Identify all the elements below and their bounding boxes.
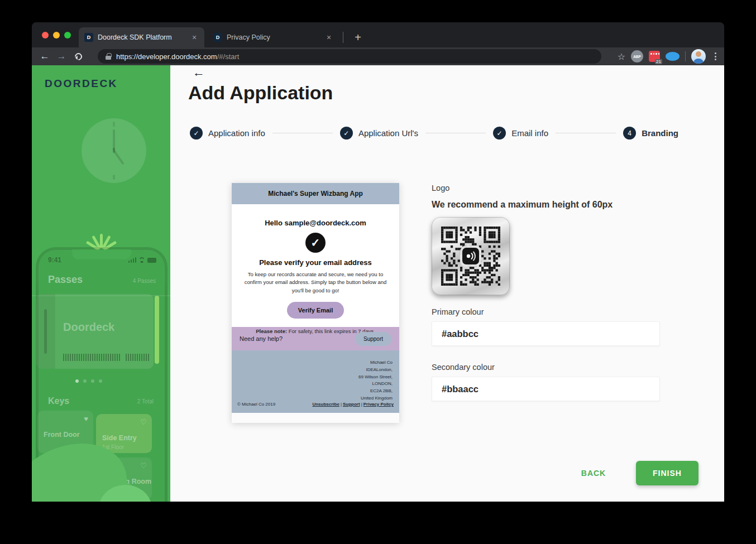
browser-window: D Doordeck SDK Platform × D Privacy Poli…: [32, 22, 724, 502]
reload-icon[interactable]: [73, 51, 83, 61]
browser-back-button[interactable]: ←: [36, 51, 53, 62]
step-email-info[interactable]: ✓ Email info: [493, 127, 548, 139]
bookmark-star-icon[interactable]: ☆: [618, 51, 625, 62]
step-connector: [425, 133, 486, 133]
extension-badge: 21: [655, 59, 662, 64]
phone-scrollbar: [155, 296, 159, 364]
qr-center-logo-icon: [462, 248, 479, 264]
phone-status-icons: [128, 257, 157, 263]
heart-icon: ♥: [84, 415, 88, 423]
extension-dots: [650, 53, 659, 55]
step-connector: [272, 133, 333, 133]
email-footer-links: Unsubscribe|Support|Privacy Policy: [312, 402, 394, 407]
browser-toolbar: ← → https://developer.doordeck.com/#/sta…: [32, 47, 724, 65]
close-window-button[interactable]: [42, 32, 49, 38]
email-preview: Michael's Super Wizbang App Hello sample…: [232, 183, 399, 423]
secondary-colour-input[interactable]: [432, 377, 660, 401]
email-body: Hello sample@doordeck.com ✓ Please verif…: [232, 204, 399, 327]
minimize-window-button[interactable]: [53, 32, 60, 38]
pass-card: Doordeck: [36, 294, 154, 369]
close-tab-icon[interactable]: ×: [324, 33, 333, 42]
tab-separator: [343, 32, 343, 43]
unsubscribe-link: Unsubscribe: [312, 402, 339, 407]
email-greeting: Hello sample@doordeck.com: [232, 219, 399, 227]
email-body-text: To keep our records accurate and secure,…: [241, 271, 390, 295]
email-verify-title: Please verify your email address: [232, 258, 399, 267]
primary-colour-label: Primary colour: [432, 307, 660, 316]
clock-icon: [82, 118, 146, 183]
back-arrow-button[interactable]: ←: [193, 66, 205, 79]
tab-privacy-policy[interactable]: D Privacy Policy ×: [208, 27, 339, 47]
wifi-icon: [139, 257, 145, 263]
heart-outline-icon: ♡: [140, 418, 147, 426]
step-check-icon: ✓: [190, 127, 203, 139]
step-check-icon: ✓: [340, 127, 353, 139]
support-button: Support: [355, 332, 391, 346]
keys-count: 2 Total: [137, 398, 154, 405]
email-copyright: © Michael Co 2019: [237, 402, 275, 407]
passes-count: 4 Passes: [133, 278, 156, 284]
step-application-info[interactable]: ✓ Application info: [190, 127, 265, 139]
doordeck-sidebar: DOORDECK 9:41 Passes 4 Passes: [32, 65, 170, 502]
phone-notch: [72, 249, 131, 259]
tab-title: Doordeck SDK Platform: [98, 33, 185, 41]
step-application-urls[interactable]: ✓ Application Url's: [340, 127, 418, 139]
close-tab-icon[interactable]: ×: [190, 33, 199, 42]
page-dots: [75, 379, 102, 383]
back-button[interactable]: BACK: [571, 469, 616, 478]
page-title: Add Application: [188, 82, 333, 104]
doordeck-logo: DOORDECK: [45, 78, 118, 90]
phone-clock: 9:41: [48, 256, 61, 264]
battery-icon: [147, 258, 156, 263]
pass-card-title: Doordeck: [63, 321, 114, 334]
check-circle-icon: ✓: [305, 233, 326, 253]
tab-doordeck-sdk-platform[interactable]: D Doordeck SDK Platform ×: [79, 27, 204, 47]
window-controls: [42, 32, 71, 38]
profile-avatar[interactable]: [691, 49, 706, 64]
verify-email-button: Verify Email: [287, 302, 344, 319]
signal-icon: [128, 257, 137, 263]
primary-colour-input[interactable]: [432, 321, 660, 346]
email-address: Michael Co IDEALondon, 69 Wilson Street,…: [358, 359, 393, 402]
browser-forward-button[interactable]: →: [53, 51, 70, 62]
lock-icon: [106, 56, 111, 60]
branding-form: Logo We recommend a maximum height of 60…: [432, 184, 660, 401]
doordeck-favicon-icon: D: [213, 33, 222, 42]
url-text: https://developer.doordeck.com/#/start: [116, 52, 239, 61]
heart-outline-icon: ♡: [140, 461, 147, 470]
zoom-window-button[interactable]: [64, 32, 71, 38]
tab-strip: D Doordeck SDK Platform × D Privacy Poli…: [32, 22, 724, 47]
logo-label: Logo: [432, 184, 660, 192]
logo-preview[interactable]: [432, 217, 510, 295]
email-header: Michael's Super Wizbang App: [232, 183, 399, 204]
browser-menu-icon[interactable]: [711, 52, 720, 60]
help-text: Need any help?: [240, 335, 283, 342]
toolbar-separator: [685, 51, 686, 61]
step-check-icon: ✓: [493, 127, 506, 139]
barcode-icon: [126, 354, 149, 361]
adblock-extension-icon[interactable]: ABP: [631, 50, 643, 62]
pass-card-strip: [36, 294, 55, 369]
address-bar[interactable]: https://developer.doordeck.com/#/start: [98, 49, 601, 64]
secondary-colour-label: Secondary colour: [432, 363, 660, 372]
extension-icon[interactable]: 21: [649, 51, 660, 62]
step-branding[interactable]: 4 Branding: [623, 127, 678, 139]
doordeck-favicon-icon: D: [84, 33, 93, 42]
cloud-extension-icon[interactable]: [666, 52, 680, 61]
step-connector: [556, 133, 616, 133]
wizard-stepper: ✓ Application info ✓ Application Url's ✓…: [190, 127, 678, 139]
passes-heading: Passes: [48, 274, 83, 286]
email-card-bottom: [232, 413, 399, 423]
support-link: Support: [343, 402, 360, 407]
main-content: ← Add Application ✓ Application info ✓ A…: [170, 65, 724, 502]
privacy-policy-link: Privacy Policy: [363, 402, 394, 407]
keys-heading: Keys: [48, 396, 69, 406]
logo-hint: We recommend a maximum height of 60px: [432, 200, 660, 210]
step-number: 4: [623, 127, 636, 139]
email-footer: Michael Co IDEALondon, 69 Wilson Street,…: [232, 350, 399, 413]
burst-icon: [71, 215, 132, 248]
new-tab-button[interactable]: +: [350, 30, 366, 45]
tab-title: Privacy Policy: [227, 33, 320, 41]
finish-button[interactable]: FINISH: [636, 461, 698, 485]
barcode-icon: [63, 354, 121, 361]
